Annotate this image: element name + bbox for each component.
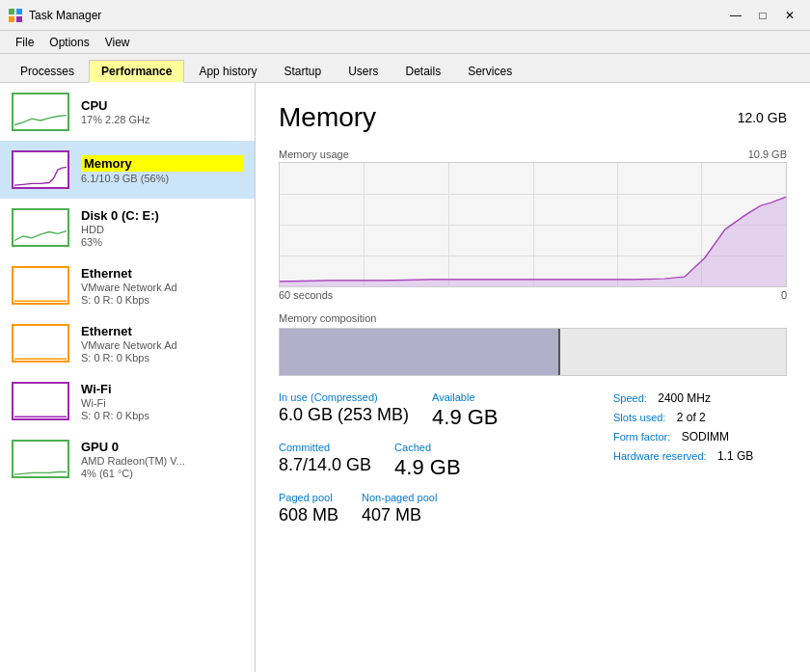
disk-type: HDD: [81, 224, 243, 235]
detail-header: Memory 12.0 GB: [279, 102, 787, 133]
eth2-adapter: VMware Network Ad: [81, 339, 243, 351]
memory-info: Memory 6.1/10.9 GB (56%): [81, 155, 243, 184]
in-use-label: In use (Compressed): [279, 391, 409, 403]
eth2-info: Ethernet VMware Network Ad S: 0 R: 0 Kbp…: [81, 324, 243, 363]
wifi-speed: S: 0 R: 0 Kbps: [81, 410, 243, 421]
disk-label: Disk 0 (C: E:): [81, 208, 243, 223]
comp-in-use-bar: [280, 329, 558, 375]
eth1-adapter: VMware Network Ad: [81, 282, 243, 293]
form-label: Form factor:: [613, 431, 670, 443]
chart-label-row: Memory usage 10.9 GB: [279, 148, 787, 160]
composition-label: Memory composition: [279, 312, 787, 324]
eth2-thumbnail: [12, 324, 69, 363]
sidebar: CPU 17% 2.28 GHz Memory 6.1/10.9 GB (56%…: [0, 83, 256, 672]
wifi-name: Wi-Fi: [81, 397, 243, 409]
sidebar-item-disk[interactable]: Disk 0 (C: E:) HDD 63%: [0, 199, 255, 256]
eth1-label: Ethernet: [81, 266, 243, 281]
sidebar-item-ethernet2[interactable]: Ethernet VMware Network Ad S: 0 R: 0 Kbp…: [0, 314, 255, 372]
cached-label: Cached: [394, 442, 460, 453]
menu-file[interactable]: File: [8, 34, 41, 51]
form-value: SODIMM: [682, 430, 729, 444]
cpu-thumbnail: [12, 93, 69, 131]
chart-time-start: 60 seconds: [279, 289, 333, 301]
left-stats: In use (Compressed) 6.0 GB (253 MB) Avai…: [279, 391, 590, 525]
disk-usage: 63%: [81, 236, 243, 248]
tab-performance[interactable]: Performance: [89, 60, 184, 83]
speed-label: Speed:: [613, 392, 647, 404]
chart-max-label: 10.9 GB: [748, 148, 787, 160]
disk-info: Disk 0 (C: E:) HDD 63%: [81, 208, 243, 248]
gpu-label: GPU 0: [81, 440, 243, 454]
committed-value: 8.7/14.0 GB: [279, 455, 371, 475]
speed-row: Speed: 2400 MHz: [613, 391, 787, 405]
stat-paged-pool: Paged pool 608 MB: [279, 492, 338, 525]
gpu-thumbnail: [12, 440, 69, 478]
wifi-thumbnail: [12, 382, 69, 420]
chart-time-end: 0: [781, 289, 787, 301]
eth2-speed: S: 0 R: 0 Kbps: [81, 352, 243, 363]
tab-users[interactable]: Users: [336, 60, 391, 82]
wifi-info: Wi-Fi Wi-Fi S: 0 R: 0 Kbps: [81, 382, 243, 421]
gpu-usage: 4% (61 °C): [81, 468, 243, 479]
title-bar: Task Manager — □ ✕: [0, 0, 810, 31]
cached-value: 4.9 GB: [394, 455, 460, 480]
form-row: Form factor: SODIMM: [613, 430, 787, 444]
menu-options[interactable]: Options: [41, 34, 96, 51]
window-title: Task Manager: [29, 9, 101, 22]
sidebar-item-wifi[interactable]: Wi-Fi Wi-Fi S: 0 R: 0 Kbps: [0, 372, 255, 430]
stats-row-1: In use (Compressed) 6.0 GB (253 MB) Avai…: [279, 391, 590, 430]
stats-row-2: Committed 8.7/14.0 GB Cached 4.9 GB: [279, 442, 590, 480]
right-stats: Speed: 2400 MHz Slots used: 2 of 2 Form …: [613, 391, 787, 469]
sidebar-item-ethernet1[interactable]: Ethernet VMware Network Ad S: 0 R: 0 Kbp…: [0, 256, 255, 314]
tab-app-history[interactable]: App history: [186, 60, 269, 82]
slots-value: 2 of 2: [677, 411, 706, 424]
stat-non-paged-pool: Non-paged pool 407 MB: [362, 492, 437, 525]
menu-bar: File Options View: [0, 31, 810, 54]
tab-startup[interactable]: Startup: [271, 60, 334, 82]
non-paged-pool-label: Non-paged pool: [362, 492, 437, 503]
slots-row: Slots used: 2 of 2: [613, 411, 787, 424]
stat-available: Available 4.9 GB: [432, 391, 498, 430]
memory-usage-chart: [279, 162, 787, 287]
hw-reserved-label: Hardware reserved:: [613, 450, 707, 462]
svg-rect-0: [9, 9, 14, 14]
wifi-label: Wi-Fi: [81, 382, 243, 396]
sidebar-item-memory[interactable]: Memory 6.1/10.9 GB (56%): [0, 141, 255, 199]
memory-composition-chart: [279, 328, 787, 376]
svg-rect-2: [9, 16, 14, 22]
comp-available-bar: [560, 329, 786, 375]
gpu-info: GPU 0 AMD Radeon(TM) V... 4% (61 °C): [81, 440, 243, 479]
stat-committed: Committed 8.7/14.0 GB: [279, 442, 371, 480]
eth1-speed: S: 0 R: 0 Kbps: [81, 294, 243, 306]
main-content: CPU 17% 2.28 GHz Memory 6.1/10.9 GB (56%…: [0, 83, 810, 672]
chart-usage-label: Memory usage: [279, 148, 349, 160]
sidebar-item-gpu[interactable]: GPU 0 AMD Radeon(TM) V... 4% (61 °C): [0, 430, 255, 488]
menu-view[interactable]: View: [97, 34, 138, 51]
tab-details[interactable]: Details: [392, 60, 453, 82]
committed-label: Committed: [279, 442, 371, 453]
paged-pool-value: 608 MB: [279, 505, 338, 525]
title-bar-left: Task Manager: [8, 8, 101, 23]
svg-rect-1: [16, 9, 22, 14]
memory-usage-chart-container: Memory usage 10.9 GB: [279, 148, 787, 301]
cpu-stats: 17% 2.28 GHz: [81, 114, 243, 125]
memory-chart-svg: [280, 163, 786, 286]
hw-reserved-value: 1.1 GB: [717, 449, 753, 463]
eth1-thumbnail: [12, 266, 69, 305]
cpu-info: CPU 17% 2.28 GHz: [81, 98, 243, 125]
maximize-button[interactable]: □: [750, 6, 775, 25]
tab-processes[interactable]: Processes: [8, 60, 87, 82]
eth1-info: Ethernet VMware Network Ad S: 0 R: 0 Kbp…: [81, 266, 243, 306]
tab-services[interactable]: Services: [455, 60, 525, 82]
slots-label: Slots used:: [613, 412, 665, 423]
tab-bar: Processes Performance App history Startu…: [0, 54, 810, 83]
sidebar-item-cpu[interactable]: CPU 17% 2.28 GHz: [0, 83, 255, 141]
minimize-button[interactable]: —: [723, 6, 748, 25]
stats-section: In use (Compressed) 6.0 GB (253 MB) Avai…: [279, 391, 787, 525]
close-button[interactable]: ✕: [777, 6, 802, 25]
stat-in-use: In use (Compressed) 6.0 GB (253 MB): [279, 391, 409, 430]
cpu-label: CPU: [81, 98, 243, 113]
paged-pool-label: Paged pool: [279, 492, 338, 503]
stat-cached: Cached 4.9 GB: [394, 442, 460, 480]
non-paged-pool-value: 407 MB: [362, 505, 437, 525]
